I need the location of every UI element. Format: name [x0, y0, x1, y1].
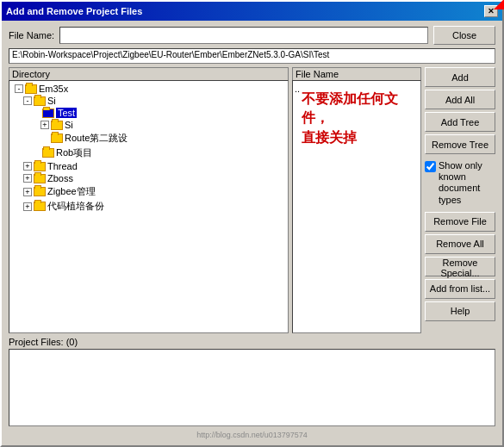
list-item[interactable]: + Zigbee管理	[23, 184, 286, 199]
project-files-label: Project Files: (0)	[9, 337, 495, 347]
tree-item-label: 代码植培备份	[47, 200, 104, 213]
expander-icon[interactable]: +	[40, 121, 49, 129]
watermark: http://blog.csdn.net/u013797574	[9, 430, 495, 440]
add-button[interactable]: Add	[425, 67, 495, 87]
remove-special-button[interactable]: Remove Special...	[425, 257, 495, 276]
window-content: File Name: Close E:\Robin-Workspace\Proj…	[2, 21, 502, 445]
file-list[interactable]: .. 不要添加任何文件， 直接关掉	[292, 80, 421, 333]
remove-all-button[interactable]: Remove All	[425, 234, 495, 254]
file-name-row: File Name: Close	[9, 26, 495, 45]
selected-folder-icon	[42, 109, 54, 118]
add-from-list-button[interactable]: Add from list...	[425, 279, 495, 299]
expander-icon[interactable]: +	[23, 202, 32, 211]
tree-item-label: Si	[47, 96, 56, 106]
expander-icon[interactable]: +	[23, 174, 32, 183]
folder-icon	[34, 162, 46, 171]
add-tree-button[interactable]: Add Tree	[425, 112, 495, 132]
folder-icon	[34, 187, 46, 196]
tree-item-label: Em35x	[39, 84, 68, 94]
tree-item-label: Thread	[47, 161, 78, 171]
remove-file-button[interactable]: Remove File	[425, 212, 495, 232]
list-item[interactable]: + Zboss	[23, 172, 286, 184]
buttons-panel: Add Add All Add Tree Remove Tree Show on…	[425, 67, 495, 333]
list-item[interactable]: Route第二跳设	[40, 131, 286, 146]
directory-header: Directory	[9, 67, 289, 80]
folder-icon	[34, 202, 46, 211]
project-files-list[interactable]	[9, 349, 495, 426]
annotation-overlay: 不要添加任何文件， 直接关掉	[302, 90, 420, 147]
directory-tree[interactable]: - Em35x - Si Test +	[9, 80, 289, 333]
path-display: E:\Robin-Workspace\Project\Zigbee\EU-Rou…	[9, 48, 495, 64]
file-name-label: File Name:	[9, 30, 54, 40]
main-panels: Directory - Em35x - Si	[9, 67, 495, 333]
directory-panel: Directory - Em35x - Si	[9, 67, 289, 333]
expander-icon[interactable]: +	[23, 188, 32, 196]
add-all-button[interactable]: Add All	[425, 90, 495, 109]
file-panel: File Name .. 不要添加任何文件， 直接关掉	[292, 67, 421, 333]
tree-item-label-selected: Test	[56, 108, 77, 118]
tree-item-label: Rob项目	[56, 146, 92, 159]
folder-icon	[42, 148, 54, 158]
file-panel-header: File Name	[292, 67, 421, 80]
file-name-input[interactable]	[59, 27, 428, 44]
list-item[interactable]: + Si	[40, 119, 286, 131]
remove-tree-button[interactable]: Remove Tree	[425, 134, 495, 154]
folder-icon	[34, 96, 46, 106]
window-close-button[interactable]	[484, 5, 498, 17]
annotation-line1: 不要添加任何文件，	[302, 91, 398, 125]
folder-icon	[34, 174, 46, 183]
window-title: Add and Remove Project Files	[6, 6, 142, 16]
list-item[interactable]: - Em35x	[15, 83, 286, 95]
list-item[interactable]: Test	[32, 107, 286, 119]
list-item[interactable]: Rob项目	[32, 146, 286, 160]
expander-icon[interactable]: -	[23, 96, 32, 105]
expander-icon[interactable]: +	[23, 162, 32, 171]
file-item-label: ..	[295, 84, 300, 94]
arrow-indicator	[494, 0, 504, 9]
list-item[interactable]: ..	[295, 83, 419, 95]
show-known-types-row: Show only known document types	[425, 160, 495, 206]
tree-item-label: Si	[65, 120, 73, 130]
project-files-section: Project Files: (0)	[9, 337, 495, 426]
show-known-types-label: Show only known document types	[439, 160, 495, 206]
close-button[interactable]: Close	[433, 26, 495, 45]
help-button[interactable]: Help	[425, 301, 495, 321]
main-window: Add and Remove Project Files File Name: …	[0, 0, 504, 447]
list-item[interactable]: - Si	[23, 95, 286, 107]
list-item[interactable]: + Thread	[23, 160, 286, 172]
folder-icon	[51, 133, 63, 143]
tree-item-label: Zigbee管理	[47, 185, 96, 198]
tree-item-label: Zboss	[47, 173, 73, 183]
show-known-types-checkbox[interactable]	[425, 161, 436, 172]
folder-icon	[51, 121, 63, 130]
annotation-line2: 直接关掉	[302, 130, 357, 145]
expander-icon[interactable]: -	[15, 84, 23, 93]
list-item[interactable]: + 代码植培备份	[23, 199, 286, 214]
title-bar: Add and Remove Project Files	[2, 2, 502, 21]
tree-item-label: Route第二跳设	[65, 132, 128, 145]
folder-icon	[25, 84, 37, 94]
